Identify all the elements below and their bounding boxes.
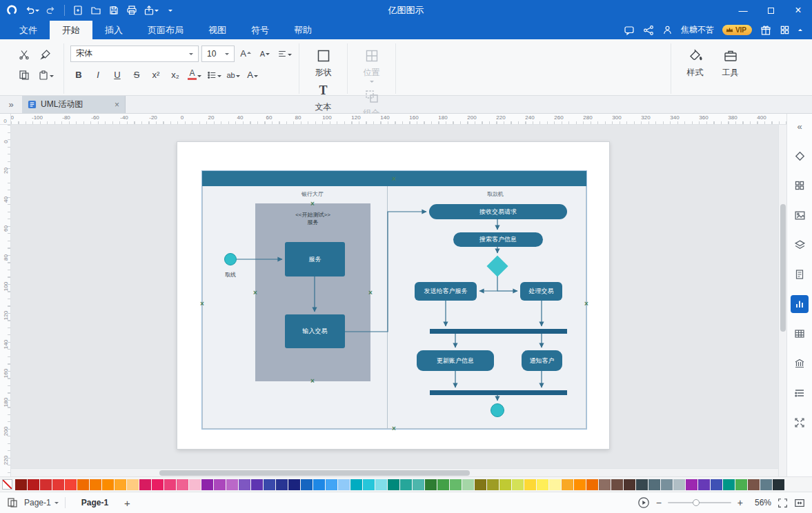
horizontal-scrollbar[interactable] <box>11 468 778 476</box>
increase-font-button[interactable]: A <box>237 46 254 61</box>
fork-bar[interactable] <box>430 329 567 334</box>
color-swatch[interactable] <box>388 479 399 490</box>
collapse-ribbon-icon[interactable] <box>798 27 802 31</box>
page-tab[interactable]: Page-1 <box>72 498 118 507</box>
zoom-level[interactable]: 56% <box>749 498 771 507</box>
maximize-button[interactable] <box>757 0 784 21</box>
menu-view[interactable]: 视图 <box>196 21 239 39</box>
tab-expander-button[interactable]: » <box>0 96 22 113</box>
color-swatch[interactable] <box>338 479 350 490</box>
color-swatch[interactable] <box>28 479 39 490</box>
gift-icon[interactable] <box>760 25 771 36</box>
activity-notify-customer[interactable]: 通知客户 <box>522 350 562 371</box>
font-family-select[interactable]: 宋体 <box>70 46 199 62</box>
zoom-in-button[interactable]: + <box>737 497 743 508</box>
color-swatch[interactable] <box>735 479 747 490</box>
open-file-button[interactable] <box>88 1 104 19</box>
color-swatch[interactable] <box>549 479 561 490</box>
color-swatch[interactable] <box>636 479 648 490</box>
fit-page-button[interactable] <box>794 498 805 508</box>
font-color-button[interactable]: A <box>186 67 203 83</box>
paste-caret-icon[interactable] <box>50 75 54 79</box>
vertical-scrollbar[interactable] <box>778 125 786 476</box>
color-swatch[interactable] <box>487 479 499 490</box>
vip-badge[interactable]: VIP <box>722 25 752 35</box>
menu-page-layout[interactable]: 页面布局 <box>135 21 196 39</box>
new-document-button[interactable] <box>70 1 86 19</box>
activity-search-customer[interactable]: 搜索客户信息 <box>453 232 543 247</box>
selection-handle[interactable]: × <box>253 290 257 296</box>
uml-final-node[interactable] <box>491 403 504 417</box>
menu-help[interactable]: 帮助 <box>281 21 324 39</box>
color-swatch[interactable] <box>648 479 660 490</box>
color-swatch[interactable] <box>773 479 784 490</box>
color-swatch[interactable] <box>673 479 685 490</box>
menu-insert[interactable]: 插入 <box>92 21 135 39</box>
color-swatch[interactable] <box>437 479 449 490</box>
activity-process-transaction[interactable]: 处理交易 <box>520 282 562 301</box>
cut-button[interactable] <box>16 47 32 63</box>
color-swatch[interactable] <box>251 479 263 490</box>
font-size-select[interactable]: 10 <box>201 46 235 62</box>
pages-icon[interactable] <box>7 497 18 508</box>
color-swatch[interactable] <box>226 479 238 490</box>
layers-panel-button[interactable] <box>791 236 809 254</box>
format-painter-button[interactable] <box>37 47 54 63</box>
color-swatch[interactable] <box>748 479 760 490</box>
apps-grid-icon[interactable] <box>780 25 790 35</box>
tool-button[interactable]: 工具 <box>713 44 748 93</box>
superscript-button[interactable]: x² <box>148 67 164 83</box>
selection-handle[interactable]: × <box>200 301 204 308</box>
color-swatch[interactable] <box>139 479 151 490</box>
selection-handle[interactable]: × <box>368 290 373 296</box>
menu-home[interactable]: 开始 <box>50 21 92 39</box>
color-swatch[interactable] <box>512 479 524 490</box>
selection-handle[interactable]: × <box>392 176 396 183</box>
color-swatch[interactable] <box>326 479 337 490</box>
position-button[interactable]: 位置 <box>354 44 389 85</box>
color-swatch[interactable] <box>239 479 250 490</box>
username[interactable]: 焦糖不苦 <box>681 24 714 36</box>
color-swatch[interactable] <box>189 479 201 490</box>
color-swatch[interactable] <box>524 479 536 490</box>
color-swatch[interactable] <box>723 479 735 490</box>
color-swatch[interactable] <box>288 479 300 490</box>
color-swatch[interactable] <box>499 479 511 490</box>
image-panel-button[interactable] <box>791 206 809 224</box>
menu-symbols[interactable]: 符号 <box>239 21 281 39</box>
undo-button[interactable] <box>22 1 41 19</box>
export-button[interactable] <box>141 1 161 19</box>
color-swatch[interactable] <box>760 479 772 490</box>
color-swatch[interactable] <box>711 479 722 490</box>
menu-file[interactable]: 文件 <box>7 21 50 39</box>
color-swatch[interactable] <box>15 479 27 490</box>
symbol-library-button[interactable] <box>791 177 809 194</box>
share-icon[interactable] <box>643 25 654 36</box>
activity-input-transaction[interactable]: 输入交易 <box>285 314 345 348</box>
char-spacing-button[interactable]: ab <box>225 67 241 83</box>
text-style-button[interactable]: A <box>244 67 261 83</box>
presentation-play-button[interactable] <box>637 496 650 509</box>
activity-send-to-service[interactable]: 发送给客户服务 <box>415 282 477 301</box>
shapes-panel-button[interactable] <box>791 147 809 165</box>
style-button[interactable]: 样式 <box>677 44 713 93</box>
list-button[interactable] <box>206 67 222 83</box>
no-fill-swatch[interactable] <box>2 479 12 490</box>
selection-handle[interactable]: × <box>392 425 396 432</box>
subscript-button[interactable]: x₂ <box>167 67 184 83</box>
color-swatch[interactable] <box>40 479 52 490</box>
drawing-canvas[interactable]: 银行大厅 取款机 <<开始测试>> 服务 <box>11 125 778 476</box>
expand-workspace-button[interactable] <box>791 414 809 432</box>
activity-service[interactable]: 服务 <box>285 242 345 276</box>
outline-panel-button[interactable] <box>791 384 809 402</box>
activity-partition[interactable] <box>255 203 370 381</box>
color-swatch[interactable] <box>264 479 275 490</box>
color-swatch[interactable] <box>363 479 375 490</box>
color-swatch[interactable] <box>127 479 139 490</box>
selection-handle[interactable]: × <box>310 201 315 208</box>
redo-button[interactable] <box>43 1 59 19</box>
color-swatch[interactable] <box>624 479 635 490</box>
feedback-icon[interactable] <box>624 25 635 36</box>
lane-label-right[interactable]: 取款机 <box>464 190 526 198</box>
color-swatch[interactable] <box>102 479 114 490</box>
